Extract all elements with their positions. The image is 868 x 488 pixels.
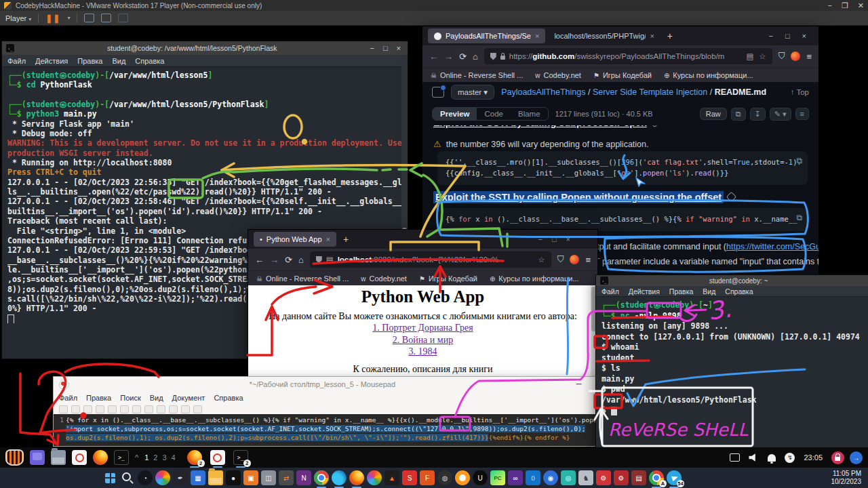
pocket-shield-icon[interactable]: ⛉ [557,254,564,265]
pycharm-icon[interactable]: PC [490,470,505,485]
bookmark-igry-kodebay[interactable]: ⚑Игры Кодебай [593,71,652,79]
toolbox-icon[interactable]: ▤ [631,470,646,485]
unity-icon[interactable]: ◍ [437,470,452,485]
firefox-icon[interactable] [93,450,108,465]
search-icon[interactable] [120,470,135,485]
edge-icon[interactable] [332,470,347,485]
back-to-top-link[interactable]: ↑ Top [791,88,809,96]
code-block-subprocess[interactable]: ⧉{{''.__class__.mro()[1].__subclasses__(… [437,151,808,185]
file-explorer-icon[interactable] [208,470,223,485]
copy-icon[interactable] [157,405,165,413]
editor-content[interactable]: {% for x in ().__class__.__base__.__subc… [66,415,601,442]
pause-vm-icon[interactable]: ❚❚ [45,14,60,23]
firefox-icon[interactable] [349,470,364,485]
menu-item[interactable]: Файл [59,394,77,402]
maximize-button[interactable]: □ [383,44,388,52]
tab-python-web-app[interactable]: • Python Web App × [254,232,336,247]
breadcrumb-repo[interactable]: PayloadsAllTheThings [501,87,585,97]
bookmark-kursy-po-informacii[interactable]: ⊕Курсы по информаци... [490,274,579,283]
visual-studio-icon[interactable]: ∞ [508,470,523,485]
undo-icon[interactable] [120,405,129,413]
back-icon[interactable]: ← [255,255,264,265]
forward-icon[interactable]: → [270,255,279,265]
telegram-icon[interactable]: 54 [667,470,682,485]
tracking-shield-icon[interactable] [490,53,496,60]
calendar-icon[interactable]: ▦ [191,470,205,485]
pocket-shield-icon[interactable]: ⛉ [778,51,785,62]
vmware-minimize-button[interactable]: − [827,1,831,10]
menu-item[interactable]: Действия [35,57,68,65]
copy-code-icon[interactable]: ⧉ [796,212,802,223]
workspace-1[interactable]: 1 [144,453,149,462]
close-button[interactable]: × [566,235,570,243]
notion-icon[interactable]: ● [226,470,241,485]
reload-icon[interactable]: ⟳ [285,255,292,265]
menu-item[interactable]: Документ [172,394,205,402]
desktop-icon[interactable] [30,450,45,465]
back-icon[interactable]: ← [429,52,438,62]
lock-badge[interactable] [831,451,844,464]
url-bar[interactable]: ▤ localhost:8080/index?book={%%20for%20x… [310,251,551,268]
carrot-icon[interactable]: ▲ [384,470,399,485]
vm-clock[interactable]: 23:05 [804,453,823,462]
outline-icon[interactable]: ≡ [795,108,809,120]
close-tab-icon[interactable]: × [650,32,654,40]
book-link[interactable]: 1. Портрет Дориана Грея [248,322,597,334]
terminal-icon[interactable]: >_ [114,450,129,465]
book-link[interactable]: 2. Война и мир [248,334,597,346]
menu-item[interactable]: Правка [669,287,693,296]
find-replace-icon[interactable] [193,405,202,413]
red-gear-icon[interactable]: ⚙ [596,470,611,485]
codeby-menu-icon[interactable] [5,449,24,466]
firefox-task[interactable]: 2 [187,450,202,465]
windows-clock[interactable]: 11:05 PM 10/2/2023 [831,470,862,486]
twitter-link[interactable]: https://twitter.com/SecGus [726,242,818,251]
onenote-icon[interactable]: N [296,470,311,485]
window-indicator-icon[interactable] [730,453,740,462]
update-icon[interactable]: ↯ [785,453,795,463]
box-3d-icon[interactable]: ◫ [261,470,276,485]
menu-item[interactable]: Вид [703,287,715,296]
substance-icon[interactable]: S [402,470,417,485]
obs-icon[interactable]: ◎ [561,470,576,485]
send-keys-icon[interactable] [84,14,94,22]
home-icon[interactable]: ⌂ [473,52,478,62]
vmware-maximize-button[interactable]: ❐ [842,1,848,10]
pegasus-icon[interactable]: ♞ [578,470,593,485]
menu-item[interactable]: Файл [7,57,26,65]
chrome-profile-icon[interactable]: A [649,470,664,485]
workspace-2[interactable]: 2 [153,453,157,462]
minimize-button[interactable]: − [768,32,772,40]
bookmark-star-icon[interactable]: ☆ [759,52,766,61]
cut-icon[interactable] [144,405,153,413]
blender-icon[interactable] [455,470,470,485]
copy-code-icon[interactable]: ⧉ [796,155,802,166]
close-tab-icon[interactable]: × [535,32,539,40]
menu-item[interactable]: Справка [135,57,164,65]
vscode-icon[interactable]: ⟨⟩ [526,470,540,485]
bookmark-codeby-net[interactable]: wCodeby.net [535,71,581,79]
terminal-titlebar[interactable]: ›_ student@codeby: /var/www/html/lesson5… [2,41,408,55]
code-block-for-loop[interactable]: ⧉{% for x in ().__class__.__base__.__sub… [437,208,808,231]
maximize-button[interactable]: □ [785,32,790,40]
tab-payloadsallthethings[interactable]: PayloadsAllTheThings/Se × [428,28,545,43]
pause-dropdown-icon[interactable]: ▾ [67,15,70,21]
menu-item[interactable]: Справка [214,394,243,402]
bookmark-star-icon[interactable]: ☆ [538,255,545,264]
tab-blame[interactable]: Blame [511,108,548,120]
save-as-icon[interactable] [96,405,104,413]
map-pin-icon[interactable]: ◉ [543,470,558,485]
forward-icon[interactable]: → [444,52,453,62]
new-tab-button[interactable]: + [667,30,673,41]
bookmark-codeby-net[interactable]: wCodeby.net [361,274,407,283]
text-editor[interactable]: 1 {% for x in ().__class__.__base__.__su… [54,414,601,446]
tab-preview[interactable]: Preview [433,108,477,120]
menu-icon[interactable]: ≡ [585,255,591,265]
minimize-button[interactable]: − [370,44,374,52]
minimize-button[interactable]: − [576,378,595,390]
tab-code[interactable]: Code [477,108,511,120]
new-document-icon[interactable] [59,405,68,413]
fullscreen-icon[interactable] [101,14,111,22]
menu-item[interactable]: Правка [77,57,102,65]
edit-icon[interactable]: ✎ ▾ [770,108,791,121]
